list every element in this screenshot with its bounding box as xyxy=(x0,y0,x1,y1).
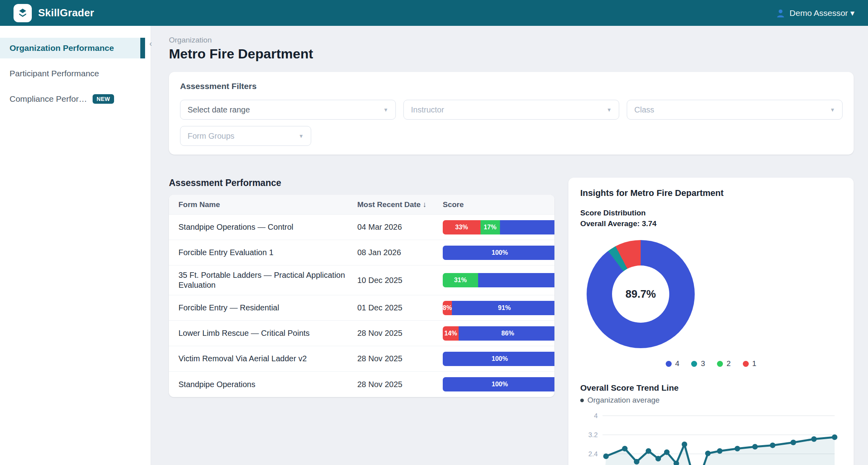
caret-down-icon: ▼ xyxy=(383,107,388,113)
table-row[interactable]: Forcible Entry — Residential01 Dec 20258… xyxy=(169,295,554,321)
legend-label: 4 xyxy=(675,359,680,368)
brand-title: SkillGrader xyxy=(38,7,94,19)
column-header-form-name[interactable]: Form Name xyxy=(169,200,348,209)
score-cell: 100% xyxy=(433,352,554,366)
form-name-cell: Standpipe Operations xyxy=(169,375,348,394)
breadcrumb: Organization xyxy=(169,36,854,45)
score-bar: 31% xyxy=(443,273,554,287)
form-name-cell: Forcible Entry — Residential xyxy=(169,298,348,318)
assessment-performance-table: Form Name Most Recent Date ↓ Score Stand… xyxy=(169,195,554,397)
donut-hole: 89.7% xyxy=(612,265,669,323)
date-cell: 04 Mar 2026 xyxy=(348,217,433,237)
legend-label: 1 xyxy=(752,359,757,368)
form-name-cell: Victim Removal Via Aerial Ladder v2 xyxy=(169,349,348,368)
score-bar: 33%17% xyxy=(443,220,554,234)
form-name-cell: Standpipe Operations — Control xyxy=(169,217,348,237)
sidebar-item-compliance-performance[interactable]: Compliance Perfor…NEW xyxy=(0,89,151,109)
table-row[interactable]: Standpipe Operations — Control04 Mar 202… xyxy=(169,215,554,240)
insights-panel: Insights for Metro Fire Department Score… xyxy=(568,178,854,465)
score-cell: 33%17% xyxy=(433,220,554,234)
score-bar-segment-blue xyxy=(500,220,555,234)
sidebar: Organization PerformanceParticipant Perf… xyxy=(0,26,151,465)
score-bar: 100% xyxy=(443,377,554,391)
user-menu[interactable]: Demo Assessor ▾ xyxy=(775,8,854,18)
score-bar: 14%86% xyxy=(443,326,554,341)
form-name-cell: Lower Limb Rescue — Critical Points xyxy=(169,324,348,343)
score-bar-segment-green: 31% xyxy=(443,273,478,287)
date-range-value: Select date range xyxy=(188,105,378,114)
y-tick-label: 3.2 xyxy=(588,431,598,439)
sidebar-list: Organization PerformanceParticipant Perf… xyxy=(0,38,151,109)
form-groups-placeholder: Form Groups xyxy=(188,132,294,141)
trend-title: Overall Score Trend Line xyxy=(580,383,842,393)
score-distribution-title: Score Distribution xyxy=(580,209,842,217)
table-body: Standpipe Operations — Control04 Mar 202… xyxy=(169,215,554,397)
score-cell: 8%91% xyxy=(433,301,554,315)
trend-legend: Organization average xyxy=(580,396,842,405)
score-bar-segment-red: 33% xyxy=(443,220,480,234)
score-bar-segment-blue: 91% xyxy=(452,301,554,315)
class-placeholder: Class xyxy=(634,105,825,114)
score-bar-segment-red: 14% xyxy=(443,326,459,341)
legend-dot-icon xyxy=(743,361,749,367)
sidebar-item-label: Organization Performance xyxy=(10,43,114,53)
page-title: Metro Fire Department xyxy=(169,46,854,62)
filters-row-1: Select date range ▼ Instructor ▼ Class ▼ xyxy=(180,100,843,120)
score-bar-segment-green: 17% xyxy=(480,220,500,234)
top-bar: SkillGrader Demo Assessor ▾ xyxy=(0,0,868,26)
score-bar-segment-blue xyxy=(478,273,554,287)
sidebar-item-participant-performance[interactable]: Participant Performance xyxy=(0,63,151,84)
score-bar: 100% xyxy=(443,352,554,366)
column-header-date-label: Most Recent Date xyxy=(357,200,420,209)
date-cell: 01 Dec 2025 xyxy=(348,298,433,318)
assessment-filters-card: Assessment Filters Select date range ▼ I… xyxy=(169,72,854,155)
date-range-select[interactable]: Select date range ▼ xyxy=(180,100,396,120)
class-select[interactable]: Class ▼ xyxy=(627,100,843,120)
score-cell: 100% xyxy=(433,377,554,391)
form-name-cell: Forcible Entry Evaluation 1 xyxy=(169,243,348,262)
date-cell: 10 Dec 2025 xyxy=(348,271,433,290)
table-row[interactable]: Victim Removal Via Aerial Ladder v228 No… xyxy=(169,346,554,372)
sidebar-item-label: Participant Performance xyxy=(10,69,99,78)
date-cell: 28 Nov 2025 xyxy=(348,324,433,343)
instructor-placeholder: Instructor xyxy=(411,105,602,114)
column-header-score[interactable]: Score xyxy=(433,200,554,209)
filters-row-2: Form Groups ▼ xyxy=(180,126,843,146)
assessment-performance-section: Assessment Performance Form Name Most Re… xyxy=(169,178,554,397)
table-row[interactable]: 35 Ft. Portable Ladders — Practical Appl… xyxy=(169,265,554,295)
trend-line-chart: 43.22.4 xyxy=(580,410,838,465)
form-name-cell: 35 Ft. Portable Ladders — Practical Appl… xyxy=(169,265,348,295)
filters-title: Assessment Filters xyxy=(180,81,843,91)
date-cell: 28 Nov 2025 xyxy=(348,349,433,368)
table-row[interactable]: Standpipe Operations28 Nov 2025100% xyxy=(169,372,554,397)
donut-legend-item: 4 xyxy=(666,359,680,368)
sidebar-item-label: Compliance Perfor… xyxy=(10,94,87,104)
new-badge: NEW xyxy=(93,94,114,104)
layers-icon xyxy=(17,7,29,19)
legend-dot-icon xyxy=(580,399,584,402)
column-header-most-recent-date[interactable]: Most Recent Date ↓ xyxy=(348,200,433,209)
sidebar-item-organization-performance[interactable]: Organization Performance xyxy=(0,38,145,58)
donut-center-label: 89.7% xyxy=(626,288,656,300)
donut-legend-item: 1 xyxy=(743,359,757,368)
legend-dot-icon xyxy=(717,361,723,367)
table-row[interactable]: Lower Limb Rescue — Critical Points28 No… xyxy=(169,321,554,346)
legend-dot-icon xyxy=(666,361,672,367)
user-icon xyxy=(775,8,786,18)
trend-legend-label: Organization average xyxy=(587,396,660,405)
score-bar-segment-blue: 100% xyxy=(443,377,554,391)
form-groups-select[interactable]: Form Groups ▼ xyxy=(180,126,311,146)
donut-legend-item: 2 xyxy=(717,359,731,368)
table-row[interactable]: Forcible Entry Evaluation 108 Jan 202610… xyxy=(169,240,554,265)
sort-desc-icon: ↓ xyxy=(423,200,427,209)
user-menu-label: Demo Assessor ▾ xyxy=(790,8,854,18)
donut-legend: 4321 xyxy=(580,359,842,368)
caret-down-icon: ▼ xyxy=(830,107,835,113)
score-cell: 100% xyxy=(433,246,554,260)
table-header-row: Form Name Most Recent Date ↓ Score xyxy=(169,195,554,215)
assessment-performance-title: Assessment Performance xyxy=(169,178,554,188)
caret-down-icon: ▼ xyxy=(606,107,612,113)
score-distribution-donut: 89.7% xyxy=(587,240,695,348)
instructor-select[interactable]: Instructor ▼ xyxy=(403,100,619,120)
legend-label: 2 xyxy=(727,359,731,368)
